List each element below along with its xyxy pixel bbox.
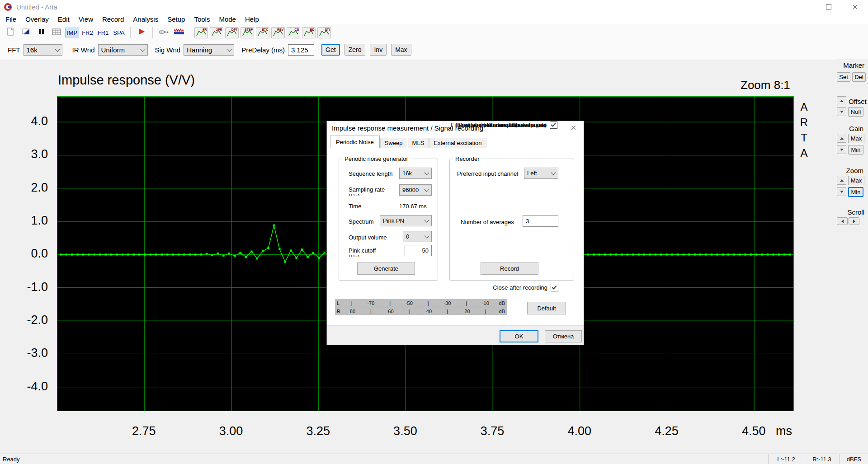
analysis-chart-button[interactable]: REV <box>271 27 285 38</box>
analysis-chart-button[interactable]: 2FR <box>210 27 223 38</box>
ir-wnd-combobox[interactable]: Uniform <box>98 44 148 56</box>
pink-cutoff-input[interactable]: 50 <box>405 245 432 256</box>
y-tick-label: -3.0 <box>16 346 48 360</box>
checkbox[interactable] <box>550 121 557 129</box>
analysis-chart-button[interactable]: STI <box>317 27 331 38</box>
meter-scale-cell: | <box>381 300 400 306</box>
predelay-input[interactable]: 3.125 <box>288 44 314 56</box>
pause-button[interactable] <box>34 26 48 39</box>
zoom-min-button[interactable]: Min <box>848 187 863 197</box>
default-button[interactable]: Default <box>527 302 566 314</box>
spectrum-combobox[interactable]: Pink PN <box>380 215 432 226</box>
averages-label: Number of averages <box>461 219 514 225</box>
sig-wnd-combobox[interactable]: Hanning <box>184 44 234 56</box>
dialog-tab[interactable]: MLS <box>408 138 429 148</box>
close-after-recording-checkbox[interactable] <box>551 284 558 291</box>
cancel-button[interactable]: Отмена <box>545 330 582 342</box>
new-document-button[interactable] <box>4 26 17 39</box>
fft-value: 16k <box>27 46 38 54</box>
dialog-tab[interactable]: External excitation <box>429 138 486 148</box>
menu-item[interactable]: Tools <box>189 14 214 24</box>
analysis-chart-button[interactable]: STEP <box>241 27 254 38</box>
averages-input[interactable]: 3 <box>523 215 558 227</box>
meter-scale-cell: -20 <box>457 309 476 314</box>
scroll-left-button[interactable] <box>837 217 848 225</box>
channel-label: L <box>335 300 342 306</box>
gain-up-button[interactable] <box>837 134 846 143</box>
menu-item[interactable]: Help <box>241 14 264 24</box>
menu-item[interactable]: Mode <box>214 14 241 24</box>
chevron-down-icon <box>424 217 429 222</box>
menu-item[interactable]: View <box>74 14 98 24</box>
menu-item[interactable]: Edit <box>53 14 74 24</box>
zoom-down-button[interactable] <box>837 187 846 196</box>
close-after-recording-row: Close after recording <box>493 284 558 291</box>
maximize-button[interactable] <box>816 0 842 14</box>
arta-window: Untitled - Arta FileOverlayEditViewRecor… <box>0 0 868 464</box>
analysis-chart-button-label: DFT <box>231 28 238 31</box>
connector-button[interactable] <box>157 26 170 39</box>
input-channel-combobox[interactable]: Left <box>524 168 558 179</box>
mode-button[interactable]: FR2 <box>80 28 95 37</box>
menu-item[interactable]: Record <box>98 14 128 24</box>
offset-up-button[interactable] <box>837 96 846 105</box>
marker-set-button[interactable]: Set <box>837 72 850 82</box>
spectrum-label: Spectrum <box>349 218 374 225</box>
record-play-button[interactable] <box>135 26 148 39</box>
marker-pen-button[interactable] <box>19 26 33 39</box>
dialog-tab[interactable]: Periodic Noise <box>330 136 380 148</box>
generate-button[interactable]: Generate <box>357 262 415 275</box>
menu-item[interactable]: Overlay <box>21 14 53 24</box>
fft-combobox[interactable]: 16k <box>24 44 62 56</box>
mode-button[interactable]: SPA <box>111 28 126 37</box>
analysis-chart-button[interactable]: FR <box>194 27 208 38</box>
menu-item[interactable]: Analysis <box>128 14 163 24</box>
record-button[interactable]: Record <box>481 262 538 275</box>
zoom-max-button[interactable]: Max <box>848 176 864 185</box>
ok-button[interactable]: OK <box>500 330 538 342</box>
analysis-chart-button[interactable]: ETC <box>256 27 269 38</box>
pink-cutoff-value: 50 <box>422 247 429 254</box>
meter-scale-cell: | <box>457 300 476 306</box>
scroll-right-button[interactable] <box>849 217 859 225</box>
generator-group-label: Periodic noise generator <box>343 155 410 162</box>
x-tick-label: 3.25 <box>300 424 336 438</box>
offset-down-button[interactable] <box>837 107 846 116</box>
sequence-length-combobox[interactable]: 16k <box>399 168 432 179</box>
gain-down-button[interactable] <box>837 145 846 154</box>
controls-bar-button[interactable]: Get <box>321 44 340 56</box>
controls-bar-button[interactable]: Inv <box>370 44 387 56</box>
analysis-chart-button-label: STEP <box>245 28 253 31</box>
menu-item[interactable]: Setup <box>163 14 189 24</box>
minimize-button[interactable] <box>789 0 816 14</box>
mode-button[interactable]: IMP <box>65 28 79 37</box>
analysis-chart-button[interactable]: DFT <box>225 27 239 38</box>
signal-generator-button[interactable] <box>172 26 186 39</box>
output-volume-combobox[interactable]: 0 <box>403 231 432 242</box>
gain-min-button[interactable]: Min <box>848 145 863 155</box>
controls-bar-button[interactable]: Max <box>391 44 411 56</box>
chart-control-sidebar: Marker Set Del Offset Null Gain Max Min … <box>835 59 868 454</box>
gain-section-label: Gain <box>849 125 863 132</box>
gain-max-button[interactable]: Max <box>848 134 864 143</box>
zoom-up-button[interactable] <box>837 176 846 185</box>
mode-button[interactable]: FR1 <box>96 28 111 37</box>
dialog-tab[interactable]: Sweep <box>380 138 407 148</box>
marker-pen-icon <box>22 28 30 37</box>
sampling-rate-value: 96000 <box>402 187 419 193</box>
marker-del-button[interactable]: Del <box>852 72 866 82</box>
analysis-chart-button[interactable]: CS <box>287 27 300 38</box>
close-button[interactable] <box>842 0 868 14</box>
menu-item[interactable]: File <box>1 14 21 24</box>
sampling-rate-combobox[interactable]: 96000 <box>399 184 432 196</box>
close-icon <box>852 4 858 10</box>
sig-wnd-value: Hanning <box>187 46 212 54</box>
controls-bar-button[interactable]: Zero <box>344 44 366 56</box>
table-button[interactable] <box>50 26 63 39</box>
ir-wnd-label: IR Wnd <box>72 46 95 54</box>
meter-scale-cell: | <box>400 309 419 314</box>
down-arrow-icon <box>840 191 844 193</box>
offset-null-button[interactable]: Null <box>848 107 863 117</box>
analysis-chart-button[interactable]: BD <box>302 27 316 38</box>
dialog-close-button[interactable] <box>563 121 584 135</box>
